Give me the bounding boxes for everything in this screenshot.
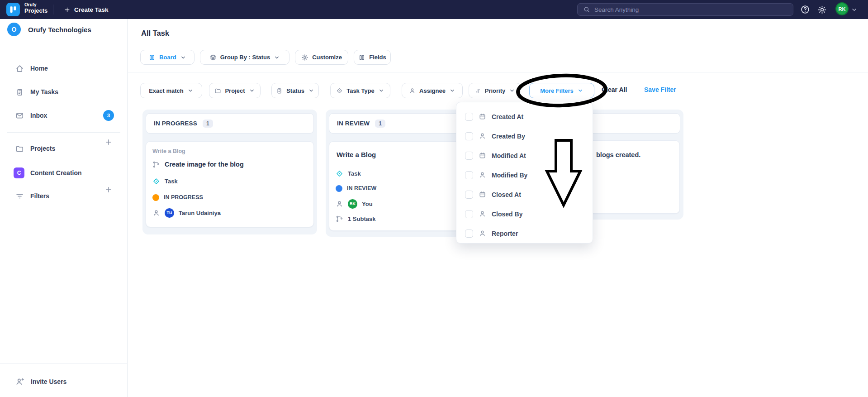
fields-columns-icon bbox=[358, 54, 365, 61]
menu-item-modified-at[interactable]: Modified At bbox=[456, 146, 593, 165]
user-icon bbox=[152, 209, 160, 217]
workspace-name[interactable]: Orufy Technologies bbox=[28, 26, 91, 33]
sidebar-item-label: Home bbox=[30, 65, 48, 72]
more-filters-dropdown[interactable]: More Filters bbox=[529, 83, 594, 98]
checkbox[interactable] bbox=[465, 210, 473, 218]
assignee-filter-label: Assignee bbox=[419, 87, 446, 94]
status-dot-in-review bbox=[336, 185, 342, 192]
checkbox[interactable] bbox=[465, 113, 473, 121]
task-type-diamond-icon bbox=[336, 170, 343, 177]
add-filter-button[interactable] bbox=[104, 186, 113, 194]
fields-label: Fields bbox=[369, 54, 386, 61]
assignee-avatar: RK bbox=[348, 199, 357, 209]
subtask-branch-icon bbox=[152, 161, 160, 168]
customize-button[interactable]: Customize bbox=[295, 50, 348, 65]
menu-item-modified-by[interactable]: Modified By bbox=[456, 165, 593, 185]
status-value: IN REVIEW bbox=[347, 185, 376, 191]
workspace-avatar[interactable]: O bbox=[7, 23, 21, 36]
create-task-button[interactable]: Create Task bbox=[64, 0, 109, 19]
filter-task-type-dropdown[interactable]: Task Type bbox=[330, 83, 390, 98]
calendar-icon bbox=[479, 113, 486, 120]
task-card-create-image[interactable]: Write a Blog Create image for the blog T… bbox=[146, 141, 314, 227]
invite-users-label: Invite Users bbox=[31, 378, 66, 385]
chevron-down-icon bbox=[378, 87, 384, 94]
assignee-avatar: TU bbox=[165, 208, 174, 218]
exact-match-label: Exact match bbox=[149, 87, 184, 94]
column-header[interactable]: IN PROGRESS 1 bbox=[146, 113, 314, 134]
settings-gear-button[interactable] bbox=[816, 3, 827, 16]
filter-priority-dropdown[interactable]: Priority bbox=[469, 83, 521, 98]
status-value: IN PROGRESS bbox=[164, 194, 203, 201]
menu-item-closed-by[interactable]: Closed By bbox=[456, 204, 593, 224]
sidebar-item-label: My Tasks bbox=[30, 88, 58, 96]
filter-assignee-dropdown[interactable]: Assignee bbox=[402, 83, 463, 98]
search-input[interactable] bbox=[594, 6, 787, 13]
sidebar-bottom-divider bbox=[0, 364, 128, 364]
plus-icon bbox=[64, 6, 71, 13]
subtask-branch-icon bbox=[336, 215, 343, 223]
invite-users-button[interactable]: Invite Users bbox=[0, 375, 128, 388]
chevron-down-icon bbox=[274, 54, 280, 61]
filter-status-dropdown[interactable]: Status bbox=[271, 83, 319, 98]
project-avatar: C bbox=[14, 167, 24, 178]
status-dot-in-progress bbox=[152, 194, 159, 201]
view-board-dropdown[interactable]: Board bbox=[140, 50, 194, 65]
sidebar-item-my-tasks[interactable]: My Tasks bbox=[0, 86, 128, 98]
chevron-down-icon bbox=[249, 87, 255, 94]
user-plus-icon bbox=[15, 377, 24, 386]
filter-icon bbox=[15, 192, 24, 201]
user-icon bbox=[479, 171, 486, 179]
help-button[interactable] bbox=[800, 3, 811, 16]
clear-all-button[interactable]: Clear All bbox=[602, 86, 627, 93]
sidebar-item-content-creation[interactable]: C Content Creation bbox=[0, 167, 128, 179]
card-type-row: Task bbox=[152, 177, 310, 186]
toolbar-divider bbox=[128, 72, 868, 72]
save-filter-button[interactable]: Save Filter bbox=[644, 86, 676, 93]
folder-icon bbox=[214, 87, 221, 94]
chevron-down-icon bbox=[308, 87, 314, 94]
page-title: All Task bbox=[141, 29, 169, 38]
checkbox[interactable] bbox=[465, 152, 473, 160]
diamond-icon bbox=[336, 87, 343, 94]
brand-name: Orufy Projects bbox=[24, 2, 47, 14]
filter-project-dropdown[interactable]: Project bbox=[209, 83, 261, 98]
checkbox[interactable] bbox=[465, 132, 473, 140]
checkbox[interactable] bbox=[465, 230, 473, 238]
menu-item-created-at[interactable]: Created At bbox=[456, 107, 593, 126]
menu-item-reporter[interactable]: Reporter bbox=[456, 224, 593, 243]
brand-top: Orufy bbox=[24, 2, 47, 8]
sidebar-item-home[interactable]: Home bbox=[0, 62, 128, 75]
chevron-down-icon bbox=[180, 54, 186, 61]
checkbox[interactable] bbox=[465, 191, 473, 199]
topbar-divider bbox=[53, 5, 53, 14]
card-partial-text-row: blogs created. bbox=[596, 150, 676, 159]
sort-arrows-icon bbox=[474, 87, 481, 94]
filters-section-label: Filters bbox=[30, 192, 49, 200]
user-avatar[interactable]: RK bbox=[835, 2, 849, 15]
status-filter-label: Status bbox=[286, 87, 304, 94]
group-by-label: Group By : Status bbox=[220, 54, 270, 61]
checkbox[interactable] bbox=[465, 171, 473, 179]
more-filters-menu: Created At Created By Modified At Modifi… bbox=[456, 102, 593, 244]
customize-label: Customize bbox=[312, 54, 342, 61]
fields-button[interactable]: Fields bbox=[354, 50, 391, 65]
subtask-count: 1 Subtask bbox=[348, 215, 375, 222]
task-type-value: Task bbox=[165, 178, 178, 185]
chevron-down-icon bbox=[187, 87, 194, 94]
gear-icon bbox=[301, 54, 308, 61]
menu-item-closed-at[interactable]: Closed At bbox=[456, 185, 593, 204]
app-logo[interactable] bbox=[6, 3, 20, 16]
card-title-row: Create image for the blog bbox=[152, 160, 310, 169]
add-project-button[interactable] bbox=[104, 138, 113, 146]
layers-icon bbox=[209, 54, 217, 61]
group-by-dropdown[interactable]: Group By : Status bbox=[200, 50, 289, 65]
workspace-initial: O bbox=[12, 26, 17, 33]
sidebar-divider bbox=[7, 132, 120, 133]
user-icon bbox=[479, 132, 486, 140]
column-title: IN REVIEW bbox=[337, 120, 370, 127]
menu-item-created-by[interactable]: Created By bbox=[456, 126, 593, 146]
kanban-logo-icon bbox=[8, 5, 18, 14]
sidebar-item-label: Inbox bbox=[30, 112, 47, 119]
exact-match-dropdown[interactable]: Exact match bbox=[140, 83, 202, 98]
account-chevron-down-icon[interactable] bbox=[850, 5, 858, 14]
